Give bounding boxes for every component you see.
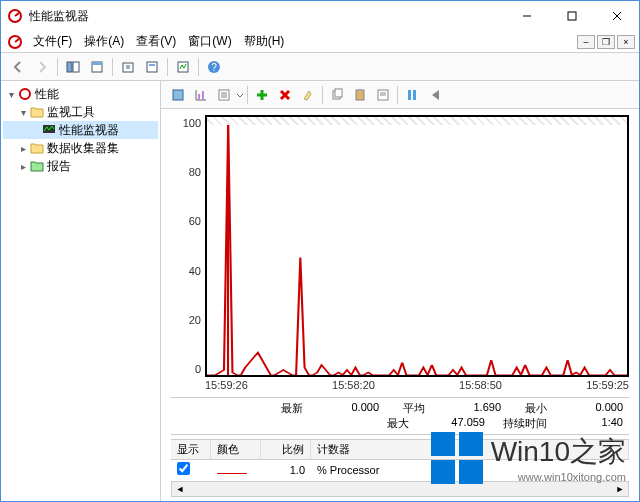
toolbar-separator (247, 86, 248, 104)
app-icon (7, 8, 23, 24)
legend-col-show[interactable]: 显示 (171, 440, 211, 459)
view-current-button[interactable] (167, 84, 189, 106)
view-graph-button[interactable] (190, 84, 212, 106)
close-button[interactable] (594, 1, 639, 31)
tree-data-collector-sets[interactable]: ▸ 数据收集器集 (3, 139, 158, 157)
svg-rect-15 (43, 125, 55, 133)
legend-scrollbar[interactable]: ◄ ► (171, 481, 629, 497)
export-button[interactable] (117, 56, 139, 78)
svg-rect-18 (202, 91, 204, 100)
y-axis: 100 80 60 40 20 0 (171, 115, 205, 377)
update-button[interactable] (424, 84, 446, 106)
back-button[interactable] (7, 56, 29, 78)
tree-reports[interactable]: ▸ 报告 (3, 157, 158, 175)
y-tick: 60 (171, 215, 201, 227)
tree-label: 监视工具 (47, 104, 95, 121)
legend-col-color[interactable]: 颜色 (211, 440, 261, 459)
stat-max-value: 47.059 (415, 416, 485, 431)
legend-col-scale[interactable]: 比例 (261, 440, 311, 459)
show-hide-tree-button[interactable] (62, 56, 84, 78)
plot: 100 80 60 40 20 0 (171, 115, 629, 377)
stat-duration-label: 持续时间 (491, 416, 547, 431)
maximize-button[interactable] (549, 1, 594, 31)
titlebar[interactable]: 性能监视器 (1, 1, 639, 31)
x-tick: 15:58:20 (332, 379, 375, 391)
properties-button[interactable] (372, 84, 394, 106)
svg-rect-22 (356, 90, 364, 100)
svg-rect-7 (92, 62, 102, 65)
legend-row[interactable]: 1.0 % Processor (171, 460, 629, 479)
stat-max-label: 最大 (369, 416, 409, 431)
legend-show-checkbox[interactable] (177, 462, 190, 475)
svg-text:?: ? (211, 62, 217, 73)
mdi-minimize-button[interactable]: – (577, 35, 595, 49)
svg-rect-4 (67, 62, 72, 72)
menu-view[interactable]: 查看(V) (130, 33, 182, 50)
expand-icon[interactable]: ▸ (17, 143, 29, 154)
menu-action[interactable]: 操作(A) (78, 33, 130, 50)
toolbar-separator (198, 58, 199, 76)
x-axis: 15:59:26 15:58:20 15:58:50 15:59:25 (171, 377, 629, 397)
highlight-button[interactable] (297, 84, 319, 106)
menu-file[interactable]: 文件(F) (27, 33, 78, 50)
paste-button[interactable] (349, 84, 371, 106)
freeze-button[interactable] (401, 84, 423, 106)
tree-perf-root[interactable]: ▾ 性能 (3, 85, 158, 103)
legend-color-swatch (217, 473, 247, 474)
menu-window[interactable]: 窗口(W) (182, 33, 237, 50)
refresh-button[interactable] (172, 56, 194, 78)
svg-point-14 (20, 89, 30, 99)
x-tick: 15:59:26 (205, 379, 248, 391)
scroll-left-icon[interactable]: ◄ (172, 482, 188, 496)
collapse-icon[interactable]: ▾ (17, 107, 29, 118)
add-counter-button[interactable] (251, 84, 273, 106)
stat-latest-label: 最新 (263, 401, 303, 416)
stat-avg-value: 1.690 (431, 401, 501, 416)
stat-duration-value: 1:40 (553, 416, 623, 431)
dropdown-icon[interactable] (236, 88, 244, 102)
y-tick: 0 (171, 363, 201, 375)
svg-rect-23 (358, 89, 362, 91)
legend: 显示 颜色 比例 计数器 1.0 % Processor ◄ ► (171, 439, 629, 497)
properties-button[interactable] (141, 56, 163, 78)
view-log-button[interactable] (213, 84, 235, 106)
forward-button[interactable] (31, 56, 53, 78)
menu-help[interactable]: 帮助(H) (238, 33, 291, 50)
mdi-close-button[interactable]: × (617, 35, 635, 49)
stat-avg-label: 平均 (385, 401, 425, 416)
tree-perf-monitor[interactable]: 性能监视器 (3, 121, 158, 139)
tree-monitoring-tools[interactable]: ▾ 监视工具 (3, 103, 158, 121)
minimize-button[interactable] (504, 1, 549, 31)
svg-rect-25 (408, 90, 411, 100)
folder-icon (29, 140, 45, 156)
expand-icon[interactable]: ▸ (17, 161, 29, 172)
toolbar-separator (112, 58, 113, 76)
report-folder-icon (29, 158, 45, 174)
svg-rect-26 (413, 90, 416, 100)
nav-tree[interactable]: ▾ 性能 ▾ 监视工具 性能监视器 ▸ 数据收集器集 ▸ 报告 (1, 81, 161, 501)
tree-label: 性能 (35, 86, 59, 103)
copy-button[interactable] (326, 84, 348, 106)
y-tick: 40 (171, 265, 201, 277)
chart-pane: 100 80 60 40 20 0 (161, 81, 639, 501)
new-window-button[interactable] (86, 56, 108, 78)
delete-counter-button[interactable] (274, 84, 296, 106)
collapse-icon[interactable]: ▾ (5, 89, 17, 100)
chart-toolbar (161, 81, 639, 109)
svg-rect-21 (335, 89, 342, 97)
toolbar-separator (322, 86, 323, 104)
legend-header[interactable]: 显示 颜色 比例 计数器 (171, 439, 629, 460)
scroll-right-icon[interactable]: ► (612, 482, 628, 496)
svg-rect-9 (147, 62, 157, 72)
chart-area: 100 80 60 40 20 0 (161, 109, 639, 501)
help-button[interactable]: ? (203, 56, 225, 78)
legend-col-counter[interactable]: 计数器 (311, 440, 629, 459)
mdi-restore-button[interactable]: ❐ (597, 35, 615, 49)
stat-min-label: 最小 (507, 401, 547, 416)
x-tick: 15:59:25 (586, 379, 629, 391)
stat-min-value: 0.000 (553, 401, 623, 416)
x-tick: 15:58:50 (459, 379, 502, 391)
y-tick: 80 (171, 166, 201, 178)
main-window: 性能监视器 文件(F) 操作(A) 查看(V) 窗口(W) 帮助(H) – ❐ … (0, 0, 640, 502)
plot-box[interactable] (205, 115, 629, 377)
